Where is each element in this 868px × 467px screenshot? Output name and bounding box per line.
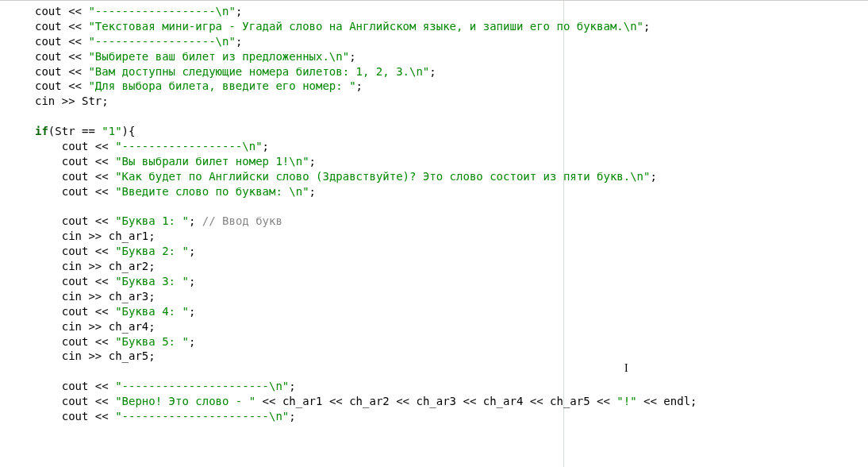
token-id: ; xyxy=(189,335,195,348)
token-id: ; xyxy=(189,214,202,227)
token-id: cin >> ch_ar5; xyxy=(35,349,156,362)
code-line[interactable] xyxy=(35,109,868,124)
token-str: "Выбирете ваш билет из предложенных.\n" xyxy=(88,50,349,63)
token-str: "Буква 5: " xyxy=(115,335,189,348)
code-line[interactable]: if(Str == "1"){ xyxy=(35,124,868,139)
code-line[interactable]: cin >> ch_ar3; xyxy=(35,289,868,304)
token-id: cout << xyxy=(35,380,115,392)
token-str: "Буква 3: " xyxy=(115,275,189,288)
token-id: cin >> ch_ar2; xyxy=(35,260,156,272)
code-line[interactable] xyxy=(35,199,868,214)
token-str: "Как будет по Английски слово (Здравству… xyxy=(115,170,650,183)
token-id: cout << xyxy=(35,35,88,48)
token-str: "1" xyxy=(102,125,121,137)
code-line[interactable]: cout << "Буква 1: "; // Ввод букв xyxy=(35,214,868,229)
token-id: cout << xyxy=(35,140,115,152)
code-line[interactable]: cout << "Буква 5: "; xyxy=(35,334,868,349)
code-line[interactable]: cout << "------------------\n"; xyxy=(35,34,868,49)
code-editor[interactable]: cout << "------------------\n";cout << "… xyxy=(0,1,868,424)
token-id: ; xyxy=(289,380,295,392)
token-str: "Верно! Это слово - " xyxy=(115,395,255,407)
token-id: cout << xyxy=(35,245,115,257)
token-str: "Текстовая мини-игра - Угадай слово на А… xyxy=(88,20,643,33)
token-id: ; xyxy=(643,20,650,33)
code-line[interactable]: cout << "Для выбора билета, введите его … xyxy=(35,79,868,94)
token-str: "Вы выбрали билет номер 1!\n" xyxy=(115,155,309,168)
token-id: ; xyxy=(650,170,656,183)
token-id: cin >> ch_ar1; xyxy=(35,230,156,242)
code-line[interactable]: cout << "Вам доступны следующие номера б… xyxy=(35,64,868,79)
token-id: ; xyxy=(429,65,436,78)
token-id: << ch_ar1 << ch_ar2 << ch_ar3 << ch_ar4 … xyxy=(255,395,616,407)
code-line[interactable]: cin >> ch_ar2; xyxy=(35,259,868,274)
token-str: "Буква 2: " xyxy=(115,245,189,257)
token-id: cout << xyxy=(35,410,115,423)
token-id: cin >> ch_ar3; xyxy=(35,290,156,303)
code-line[interactable]: cout << "----------------------\n"; xyxy=(35,379,868,394)
token-id: ; xyxy=(189,305,195,318)
token-id: cout << xyxy=(35,170,115,183)
token-str: "------------------\n" xyxy=(88,5,235,17)
token-str: "Буква 1: " xyxy=(115,214,189,227)
code-line[interactable]: cout << "Вы выбрали билет номер 1!\n"; xyxy=(35,154,868,169)
code-line[interactable]: cout << "------------------\n"; xyxy=(35,139,868,154)
token-id: cout << xyxy=(35,155,115,168)
code-line[interactable]: cout << "Буква 3: "; xyxy=(35,274,868,289)
code-line[interactable]: cin >> ch_ar1; xyxy=(35,229,868,244)
token-str: "Введите слово по буквам: \n" xyxy=(115,185,309,198)
code-line[interactable]: cout << "Введите слово по буквам: \n"; xyxy=(35,184,868,199)
token-id: (Str == xyxy=(48,125,102,137)
token-id: cout << xyxy=(35,214,115,227)
code-line[interactable]: cout << "Как будет по Английски слово (З… xyxy=(35,169,868,184)
token-id: ; xyxy=(189,275,195,288)
token-id: ; xyxy=(189,245,195,257)
token-id: cout << xyxy=(35,79,88,92)
code-line[interactable] xyxy=(35,364,868,379)
token-str: "------------------\n" xyxy=(88,35,235,48)
code-line[interactable]: cout << "Выбирете ваш билет из предложен… xyxy=(35,49,868,64)
code-line[interactable]: cout << "Буква 4: "; xyxy=(35,304,868,319)
token-id: ; xyxy=(236,5,242,17)
token-id: cin >> ch_ar4; xyxy=(35,320,156,333)
text-cursor-icon: I xyxy=(624,361,628,376)
token-id: cout << xyxy=(35,50,88,63)
token-str: "------------------\n" xyxy=(115,140,262,152)
code-line[interactable]: cout << "Верно! Это слово - " << ch_ar1 … xyxy=(35,394,868,409)
token-id: cout << xyxy=(35,65,88,78)
token-id: ; xyxy=(309,185,316,198)
token-kw: if xyxy=(35,125,48,137)
code-line[interactable]: cout << "----------------------\n"; xyxy=(35,409,868,424)
code-line[interactable]: cin >> ch_ar4; xyxy=(35,319,868,334)
token-id: ){ xyxy=(122,125,136,137)
token-str: "----------------------\n" xyxy=(115,410,289,423)
token-id: ; xyxy=(263,140,269,152)
token-id: cout << xyxy=(35,20,88,33)
token-cmt: // Ввод букв xyxy=(202,214,282,227)
token-str: "!" xyxy=(616,395,636,407)
code-line[interactable]: cout << "------------------\n"; xyxy=(35,4,868,19)
token-id: cin >> Str; xyxy=(35,95,109,107)
token-id: cout << xyxy=(35,395,115,407)
token-id: cout << xyxy=(35,275,115,288)
token-str: "Буква 4: " xyxy=(115,305,189,318)
token-id: cout << xyxy=(35,335,115,348)
code-line[interactable]: cin >> Str; xyxy=(35,94,868,109)
code-line[interactable]: cin >> ch_ar5; xyxy=(35,349,868,364)
token-id: ; xyxy=(349,50,355,63)
token-id: ; xyxy=(309,155,316,168)
token-id: ; xyxy=(289,410,295,423)
token-id: cout << xyxy=(35,5,88,17)
code-line[interactable]: cout << "Буква 2: "; xyxy=(35,244,868,259)
token-id: cout << xyxy=(35,185,115,198)
token-str: "----------------------\n" xyxy=(115,380,289,392)
token-str: "Для выбора билета, введите его номер: " xyxy=(88,79,355,92)
token-id: ; xyxy=(236,35,242,48)
token-id: ; xyxy=(356,79,363,92)
token-str: "Вам доступны следующие номера билетов: … xyxy=(88,65,429,78)
token-id: << endl; xyxy=(637,395,697,407)
token-id: cout << xyxy=(35,305,115,318)
code-line[interactable]: cout << "Текстовая мини-игра - Угадай сл… xyxy=(35,19,868,34)
